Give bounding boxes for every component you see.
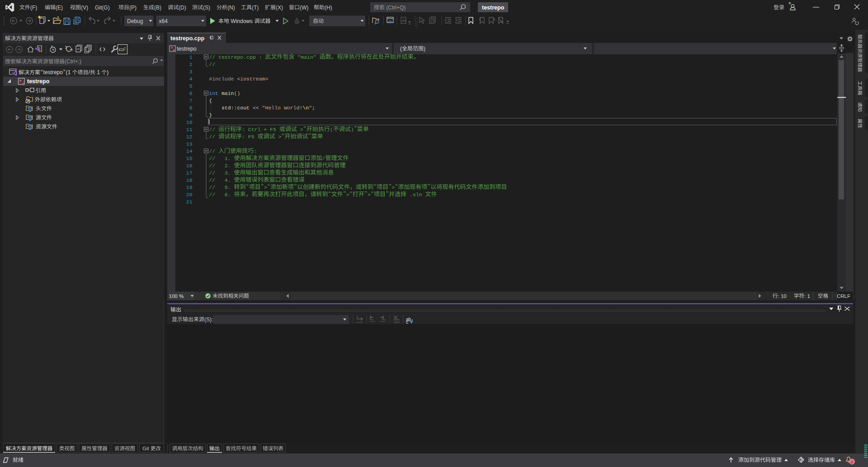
svg-text:10: 10: [186, 119, 193, 125]
svg-text:(: (: [330, 127, 333, 132]
svg-text:// 6.: // 6.: [209, 192, 234, 198]
svg-text:(F): (F): [30, 5, 37, 11]
svg-text:18: 18: [186, 177, 193, 183]
svg-text:9: 9: [189, 112, 193, 118]
svg-text:(B): (B): [154, 5, 161, 11]
svg-text:Git(G): Git(G): [95, 5, 110, 11]
svg-text:6: 6: [189, 90, 193, 96]
svg-text:// 4.: // 4.: [209, 177, 234, 183]
svg-text:: 1: : 1: [804, 293, 810, 299]
svg-text:{: {: [209, 98, 212, 104]
svg-text:): ): [351, 127, 354, 132]
svg-text:4: 4: [189, 76, 193, 82]
svg-text:int: int: [209, 90, 218, 96]
svg-text://: //: [209, 148, 218, 154]
svg-text:21: 21: [186, 199, 193, 205]
svg-text:2: 2: [189, 61, 193, 67]
svg-text::: :: [254, 148, 260, 154]
svg-text:>: >: [368, 192, 371, 198]
svg-text:(S): (S): [203, 5, 210, 11]
svg-text:(T): (T): [252, 5, 259, 11]
svg-text:7: 7: [189, 98, 193, 104]
svg-text:// 5.: // 5.: [209, 184, 234, 190]
svg-text:: 10: : 10: [778, 293, 787, 299]
svg-text:>: >: [264, 184, 267, 190]
svg-text:(): (): [234, 90, 241, 96]
svg-text:100 %: 100 %: [169, 293, 184, 299]
svg-text:testrepo.cpp: testrepo.cpp: [170, 35, 204, 42]
svg-text:x64: x64: [159, 18, 168, 24]
svg-text:(D): (D): [179, 5, 186, 11]
svg-text:20: 20: [186, 192, 193, 198]
svg-text:// testrepo.cpp :: // testrepo.cpp :: [209, 54, 265, 60]
svg-text:#include: #include: [209, 76, 237, 82]
svg-text:CRLF: CRLF: [837, 293, 850, 299]
svg-text:16: 16: [186, 163, 193, 169]
svg-text:19: 19: [186, 184, 193, 190]
svg-text:12: 12: [186, 134, 193, 140]
svg-text:// 3.: // 3.: [209, 170, 234, 176]
svg-text:/: /: [322, 156, 326, 161]
svg-text:(X): (X): [276, 5, 283, 11]
svg-text:testrepo: testrepo: [482, 5, 505, 11]
svg-text:(S):: (S):: [204, 316, 213, 323]
svg-text:(W): (W): [300, 5, 308, 11]
svg-text:\n: \n: [302, 105, 309, 111]
svg-text:5: 5: [189, 83, 193, 89]
svg-text:(V): (V): [81, 5, 88, 11]
svg-text:(P): (P): [129, 5, 137, 11]
svg-text:testrepo: testrepo: [27, 78, 50, 85]
svg-text:(: (: [400, 46, 402, 52]
svg-text:}: }: [209, 112, 212, 118]
svg-text:(1: (1: [66, 69, 72, 75]
svg-text:<<: <<: [253, 105, 262, 111]
svg-text:>: >: [275, 134, 282, 140]
svg-text:"main": "main": [295, 54, 320, 60]
svg-text:14: 14: [186, 148, 193, 154]
svg-text:>: >: [297, 127, 303, 132]
svg-text:<iostream>: <iostream>: [237, 76, 268, 82]
svg-text:1: 1: [189, 54, 193, 60]
svg-text:: Ctrl + F5: : Ctrl + F5: [242, 127, 279, 132]
svg-text:"Hello World!: "Hello World!: [262, 105, 303, 111]
svg-text:): ): [424, 46, 425, 52]
svg-text:11: 11: [186, 127, 193, 132]
svg-text:13: 13: [186, 141, 193, 147]
svg-text:.sln: .sln: [406, 192, 425, 198]
svg-text:": ": [309, 105, 312, 111]
svg-text:(E): (E): [56, 5, 63, 11]
svg-text:: F5: : F5: [242, 134, 258, 140]
svg-text:Git: Git: [142, 446, 151, 451]
svg-text:(Ctrl+;): (Ctrl+;): [65, 58, 81, 65]
svg-text:Windows: Windows: [229, 18, 254, 24]
svg-text:main: main: [222, 90, 234, 96]
svg-text:// 2.: // 2.: [209, 163, 234, 169]
svg-text:(Ctrl+Q): (Ctrl+Q): [385, 5, 406, 11]
svg-text://: //: [209, 134, 218, 140]
svg-text:8: 8: [189, 105, 193, 111]
svg-text:Debug: Debug: [127, 18, 143, 24]
svg-text:(N): (N): [227, 5, 235, 11]
svg-text:17: 17: [186, 170, 193, 176]
svg-text:testrepo: testrepo: [43, 69, 63, 75]
svg-text:;: ;: [312, 105, 315, 111]
svg-text://: //: [209, 127, 218, 132]
svg-text:3: 3: [189, 69, 193, 75]
svg-text:testrepo: testrepo: [177, 46, 197, 52]
svg-text:>: >: [392, 184, 395, 190]
svg-text:(H): (H): [325, 5, 332, 11]
svg-text:15: 15: [186, 156, 193, 161]
svg-text:// 1.: // 1.: [209, 156, 234, 161]
svg-text:>: >: [346, 192, 349, 198]
svg-text://: //: [209, 61, 215, 67]
svg-text:): ): [107, 69, 108, 75]
svg-text:1: 1: [95, 69, 101, 75]
svg-text:c: c: [406, 320, 408, 325]
svg-text:2: 2: [851, 459, 853, 464]
svg-text:std::cout: std::cout: [209, 105, 253, 111]
